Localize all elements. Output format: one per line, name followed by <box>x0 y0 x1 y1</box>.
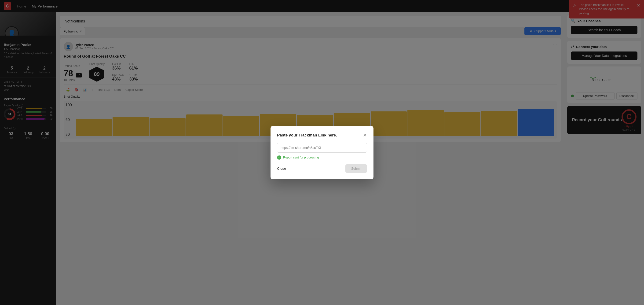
modal-success-message: ✓ Report sent for processing <box>277 156 367 160</box>
trackman-modal: Paste your Trackman Link here. ✕ ✓ Repor… <box>270 126 374 179</box>
success-text: Report sent for processing <box>283 156 319 159</box>
success-checkmark-icon: ✓ <box>277 156 281 160</box>
modal-title: Paste your Trackman Link here. <box>277 133 337 138</box>
modal-footer: Close Submit <box>277 164 367 173</box>
modal-header: Paste your Trackman Link here. ✕ <box>277 132 367 138</box>
modal-close-button[interactable]: Close <box>277 166 286 170</box>
modal-close-x-button[interactable]: ✕ <box>363 132 367 138</box>
trackman-link-input[interactable] <box>277 143 367 152</box>
modal-overlay[interactable]: Paste your Trackman Link here. ✕ ✓ Repor… <box>0 0 644 305</box>
modal-submit-button[interactable]: Submit <box>346 164 367 173</box>
